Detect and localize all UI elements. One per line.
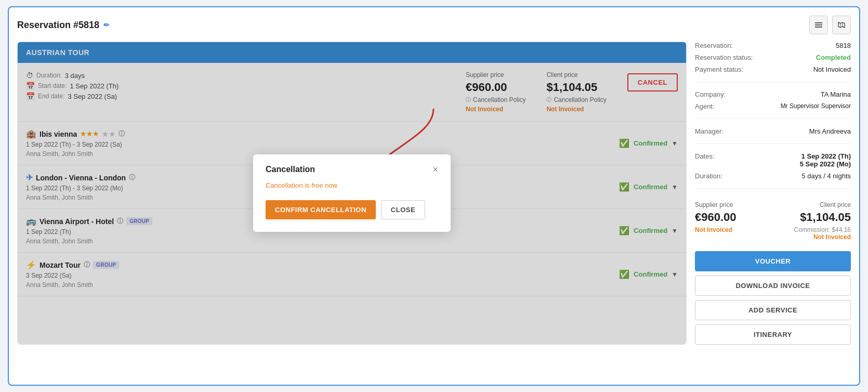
supplier-not-invoiced-sidebar: Not Invoiced (695, 226, 732, 241)
modal-free-text: Cancellation is free now (266, 181, 337, 189)
payment-key: Payment status: (695, 66, 743, 73)
duration-sidebar-key: Duration: (695, 172, 722, 180)
map-icon (837, 21, 846, 29)
right-panel: Reservation: 5818 Reservation status: Co… (695, 42, 851, 345)
payment-val: Not Invoiced (813, 66, 851, 73)
info-divider-4 (695, 188, 851, 189)
svg-rect-1 (815, 24, 822, 25)
reservation-title-text: Reservation #5818 (17, 20, 99, 31)
supplier-price-info-label: Supplier price (695, 201, 733, 208)
info-divider-3 (695, 143, 851, 144)
page-header: Reservation #5818 ✏ (17, 16, 851, 34)
date-val-2: 5 Sep 2022 (Mo) (800, 160, 851, 168)
payment-row: Payment status: Not Invoiced (695, 66, 851, 73)
company-row: Company: TA Marina (695, 90, 851, 98)
duration-sidebar-row: Duration: 5 days / 4 nights (695, 172, 851, 180)
modal-title: Cancellation (266, 165, 315, 174)
res-status-val: Completed (816, 54, 851, 61)
modal-overlay: Cancellation × Cancellation is free now … (18, 42, 686, 344)
agent-row: Agent: Mr Supervisor Supervisor (695, 102, 851, 110)
manager-val: Mrs Andreeva (809, 127, 851, 135)
duration-sidebar-val: 5 days / 4 nights (801, 172, 851, 180)
info-divider-2 (695, 119, 851, 119)
price-info-values: €960.00 $1,104.05 (695, 211, 851, 224)
supplier-price-info-val: €960.00 (695, 211, 737, 224)
header-icons (809, 16, 851, 34)
commission-text: Commission: $44.16 (794, 226, 851, 233)
manager-key: Manager: (695, 127, 724, 135)
main-layout: AUSTRIAN TOUR ⏱ Duration: 3 days 📅 Start… (17, 42, 851, 345)
modal-header: Cancellation × (266, 165, 438, 174)
reservation-row: Reservation: 5818 (695, 42, 851, 49)
res-status-key: Reservation status: (695, 54, 753, 61)
info-section: Reservation: 5818 Reservation status: Co… (695, 42, 851, 193)
modal-close-x-button[interactable]: × (432, 165, 438, 174)
modal-body: Cancellation is free now (266, 180, 438, 190)
price-info-header: Supplier price Client price (695, 201, 851, 208)
client-not-invoiced-sidebar: Not Invoiced (813, 233, 851, 241)
close-modal-button[interactable]: CLOSE (381, 200, 425, 219)
dates-row: Dates: 1 Sep 2022 (Th) 5 Sep 2022 (Mo) (695, 152, 851, 168)
page-title: Reservation #5818 ✏ (17, 20, 110, 31)
download-invoice-button[interactable]: DOWNLOAD INVOICE (695, 276, 851, 296)
map-view-button[interactable] (832, 16, 851, 34)
svg-rect-0 (815, 22, 822, 23)
modal-actions: CONFIRM CANCELLATION CLOSE (266, 200, 438, 219)
price-info-section: Supplier price Client price €960.00 $1,1… (695, 201, 851, 243)
price-info-labels: Not Invoiced Commission: $44.16 Not Invo… (695, 226, 851, 241)
svg-rect-2 (815, 27, 822, 28)
agent-val: Mr Supervisor Supervisor (781, 102, 851, 110)
info-divider-1 (695, 82, 851, 82)
dates-key: Dates: (695, 152, 715, 168)
list-icon (814, 21, 823, 29)
add-service-button[interactable]: ADD SERVICE (695, 300, 851, 320)
outer-container: Reservation #5818 ✏ (8, 6, 860, 386)
reservation-val: 5818 (836, 42, 851, 49)
company-key: Company: (695, 90, 726, 98)
client-price-info-label: Client price (820, 201, 851, 208)
date-val-1: 1 Sep 2022 (Th) (800, 152, 851, 160)
action-buttons: VOUCHER DOWNLOAD INVOICE ADD SERVICE ITI… (695, 251, 851, 345)
list-view-button[interactable] (809, 16, 828, 34)
left-panel: AUSTRIAN TOUR ⏱ Duration: 3 days 📅 Start… (17, 42, 687, 345)
agent-key: Agent: (695, 102, 715, 110)
client-price-info-val: $1,104.05 (800, 211, 851, 224)
confirm-cancellation-button[interactable]: CONFIRM CANCELLATION (266, 200, 376, 219)
edit-icon[interactable]: ✏ (103, 21, 110, 29)
cancellation-modal: Cancellation × Cancellation is free now … (253, 154, 451, 232)
client-price-detail: Commission: $44.16 Not Invoiced (794, 226, 851, 241)
reservation-key: Reservation: (695, 42, 733, 49)
itinerary-button[interactable]: ITINERARY (695, 324, 851, 345)
voucher-button[interactable]: VOUCHER (695, 251, 851, 271)
manager-row: Manager: Mrs Andreeva (695, 127, 851, 135)
dates-val: 1 Sep 2022 (Th) 5 Sep 2022 (Mo) (800, 152, 851, 168)
res-status-row: Reservation status: Completed (695, 54, 851, 61)
company-val: TA Marina (821, 90, 851, 98)
